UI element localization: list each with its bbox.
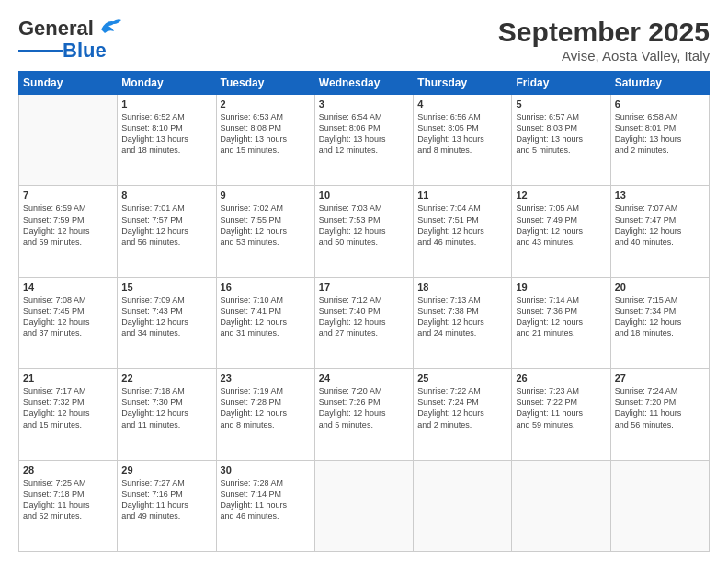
logo-blue: Blue	[63, 39, 107, 63]
day-content: Sunrise: 7:19 AM Sunset: 7:28 PM Dayligh…	[221, 385, 311, 431]
calendar-cell: 8Sunrise: 7:01 AM Sunset: 7:57 PM Daylig…	[118, 186, 216, 277]
calendar-week-row: 1Sunrise: 6:52 AM Sunset: 8:10 PM Daylig…	[19, 95, 710, 186]
day-content: Sunrise: 7:12 AM Sunset: 7:40 PM Dayligh…	[319, 294, 409, 339]
day-content: Sunrise: 7:15 AM Sunset: 7:34 PM Dayligh…	[615, 294, 705, 339]
day-content: Sunrise: 6:56 AM Sunset: 8:05 PM Dayligh…	[417, 111, 507, 156]
calendar-cell	[19, 95, 118, 186]
day-content: Sunrise: 6:52 AM Sunset: 8:10 PM Dayligh…	[121, 111, 211, 156]
day-number: 23	[221, 373, 311, 384]
day-number: 20	[615, 282, 705, 293]
day-content: Sunrise: 6:59 AM Sunset: 7:59 PM Dayligh…	[23, 202, 113, 247]
calendar-cell: 15Sunrise: 7:09 AM Sunset: 7:43 PM Dayli…	[118, 277, 216, 368]
calendar-cell	[314, 460, 413, 551]
day-content: Sunrise: 7:05 AM Sunset: 7:49 PM Dayligh…	[516, 202, 606, 247]
day-content: Sunrise: 6:53 AM Sunset: 8:08 PM Dayligh…	[221, 111, 311, 156]
calendar-cell: 23Sunrise: 7:19 AM Sunset: 7:28 PM Dayli…	[216, 369, 314, 460]
calendar-cell: 17Sunrise: 7:12 AM Sunset: 7:40 PM Dayli…	[314, 277, 413, 368]
day-content: Sunrise: 7:10 AM Sunset: 7:41 PM Dayligh…	[221, 294, 311, 339]
page-subtitle: Avise, Aosta Valley, Italy	[498, 48, 710, 63]
calendar-week-row: 21Sunrise: 7:17 AM Sunset: 7:32 PM Dayli…	[19, 369, 710, 460]
day-number: 7	[23, 190, 113, 201]
day-number: 24	[319, 373, 409, 384]
calendar-cell: 27Sunrise: 7:24 AM Sunset: 7:20 PM Dayli…	[610, 369, 709, 460]
col-tuesday: Tuesday	[216, 72, 314, 95]
title-area: September 2025 Avise, Aosta Valley, Ital…	[498, 17, 710, 63]
day-content: Sunrise: 7:18 AM Sunset: 7:30 PM Dayligh…	[121, 385, 211, 431]
day-number: 3	[319, 98, 409, 109]
logo-underline	[18, 50, 63, 52]
calendar-cell: 25Sunrise: 7:22 AM Sunset: 7:24 PM Dayli…	[414, 369, 512, 460]
calendar-cell: 20Sunrise: 7:15 AM Sunset: 7:34 PM Dayli…	[610, 277, 709, 368]
day-number: 18	[417, 282, 507, 293]
day-content: Sunrise: 7:02 AM Sunset: 7:55 PM Dayligh…	[221, 202, 311, 247]
calendar-body: 1Sunrise: 6:52 AM Sunset: 8:10 PM Daylig…	[19, 95, 710, 552]
calendar-cell: 9Sunrise: 7:02 AM Sunset: 7:55 PM Daylig…	[216, 186, 314, 277]
day-number: 12	[516, 190, 606, 201]
logo-bird-icon	[96, 17, 121, 37]
day-content: Sunrise: 7:13 AM Sunset: 7:38 PM Dayligh…	[417, 294, 507, 339]
day-content: Sunrise: 7:23 AM Sunset: 7:22 PM Dayligh…	[516, 385, 606, 431]
day-content: Sunrise: 7:08 AM Sunset: 7:45 PM Dayligh…	[23, 294, 113, 339]
day-content: Sunrise: 7:03 AM Sunset: 7:53 PM Dayligh…	[319, 202, 409, 247]
col-saturday: Saturday	[610, 72, 709, 95]
calendar-cell: 14Sunrise: 7:08 AM Sunset: 7:45 PM Dayli…	[19, 277, 118, 368]
calendar-week-row: 28Sunrise: 7:25 AM Sunset: 7:18 PM Dayli…	[19, 460, 710, 551]
weekday-header-row: Sunday Monday Tuesday Wednesday Thursday…	[19, 72, 710, 95]
calendar-cell: 3Sunrise: 6:54 AM Sunset: 8:06 PM Daylig…	[314, 95, 413, 186]
calendar-cell: 19Sunrise: 7:14 AM Sunset: 7:36 PM Dayli…	[512, 277, 610, 368]
calendar-cell: 1Sunrise: 6:52 AM Sunset: 8:10 PM Daylig…	[118, 95, 216, 186]
col-sunday: Sunday	[19, 72, 118, 95]
day-content: Sunrise: 7:27 AM Sunset: 7:16 PM Dayligh…	[121, 477, 211, 523]
calendar-cell: 6Sunrise: 6:58 AM Sunset: 8:01 PM Daylig…	[610, 95, 709, 186]
calendar-cell	[610, 460, 709, 551]
calendar-cell: 18Sunrise: 7:13 AM Sunset: 7:38 PM Dayli…	[414, 277, 512, 368]
calendar-cell: 7Sunrise: 6:59 AM Sunset: 7:59 PM Daylig…	[19, 186, 118, 277]
day-number: 9	[221, 190, 311, 201]
page-title: September 2025	[498, 17, 710, 48]
day-content: Sunrise: 7:22 AM Sunset: 7:24 PM Dayligh…	[417, 385, 507, 431]
day-content: Sunrise: 7:20 AM Sunset: 7:26 PM Dayligh…	[319, 385, 409, 431]
day-number: 30	[221, 465, 311, 476]
calendar-cell: 28Sunrise: 7:25 AM Sunset: 7:18 PM Dayli…	[19, 460, 118, 551]
day-number: 22	[121, 373, 211, 384]
calendar-cell: 5Sunrise: 6:57 AM Sunset: 8:03 PM Daylig…	[512, 95, 610, 186]
day-number: 15	[121, 282, 211, 293]
calendar-cell: 24Sunrise: 7:20 AM Sunset: 7:26 PM Dayli…	[314, 369, 413, 460]
day-number: 1	[121, 98, 211, 109]
day-number: 26	[516, 373, 606, 384]
day-content: Sunrise: 7:28 AM Sunset: 7:14 PM Dayligh…	[221, 477, 311, 523]
calendar-cell: 13Sunrise: 7:07 AM Sunset: 7:47 PM Dayli…	[610, 186, 709, 277]
col-friday: Friday	[512, 72, 610, 95]
day-number: 28	[23, 465, 113, 476]
calendar-cell: 29Sunrise: 7:27 AM Sunset: 7:16 PM Dayli…	[118, 460, 216, 551]
day-number: 16	[221, 282, 311, 293]
calendar-cell: 2Sunrise: 6:53 AM Sunset: 8:08 PM Daylig…	[216, 95, 314, 186]
logo: General Blue	[18, 17, 121, 63]
col-wednesday: Wednesday	[314, 72, 413, 95]
calendar-cell: 30Sunrise: 7:28 AM Sunset: 7:14 PM Dayli…	[216, 460, 314, 551]
calendar-cell: 12Sunrise: 7:05 AM Sunset: 7:49 PM Dayli…	[512, 186, 610, 277]
calendar-cell: 26Sunrise: 7:23 AM Sunset: 7:22 PM Dayli…	[512, 369, 610, 460]
logo-general: General	[18, 17, 94, 40]
day-content: Sunrise: 7:17 AM Sunset: 7:32 PM Dayligh…	[23, 385, 113, 431]
calendar-cell: 10Sunrise: 7:03 AM Sunset: 7:53 PM Dayli…	[314, 186, 413, 277]
calendar-cell	[512, 460, 610, 551]
day-content: Sunrise: 6:58 AM Sunset: 8:01 PM Dayligh…	[615, 111, 705, 156]
day-number: 5	[516, 98, 606, 109]
calendar-week-row: 14Sunrise: 7:08 AM Sunset: 7:45 PM Dayli…	[19, 277, 710, 368]
day-number: 21	[23, 373, 113, 384]
day-content: Sunrise: 7:24 AM Sunset: 7:20 PM Dayligh…	[615, 385, 705, 431]
col-thursday: Thursday	[414, 72, 512, 95]
day-content: Sunrise: 7:09 AM Sunset: 7:43 PM Dayligh…	[121, 294, 211, 339]
calendar-week-row: 7Sunrise: 6:59 AM Sunset: 7:59 PM Daylig…	[19, 186, 710, 277]
day-content: Sunrise: 6:57 AM Sunset: 8:03 PM Dayligh…	[516, 111, 606, 156]
day-number: 25	[417, 373, 507, 384]
day-content: Sunrise: 7:14 AM Sunset: 7:36 PM Dayligh…	[516, 294, 606, 339]
calendar-cell: 21Sunrise: 7:17 AM Sunset: 7:32 PM Dayli…	[19, 369, 118, 460]
page: General Blue September 2025 Avise, Aosta…	[0, 0, 728, 563]
col-monday: Monday	[118, 72, 216, 95]
calendar-cell: 11Sunrise: 7:04 AM Sunset: 7:51 PM Dayli…	[414, 186, 512, 277]
day-number: 2	[221, 98, 311, 109]
calendar-table: Sunday Monday Tuesday Wednesday Thursday…	[18, 71, 710, 552]
calendar-cell: 4Sunrise: 6:56 AM Sunset: 8:05 PM Daylig…	[414, 95, 512, 186]
